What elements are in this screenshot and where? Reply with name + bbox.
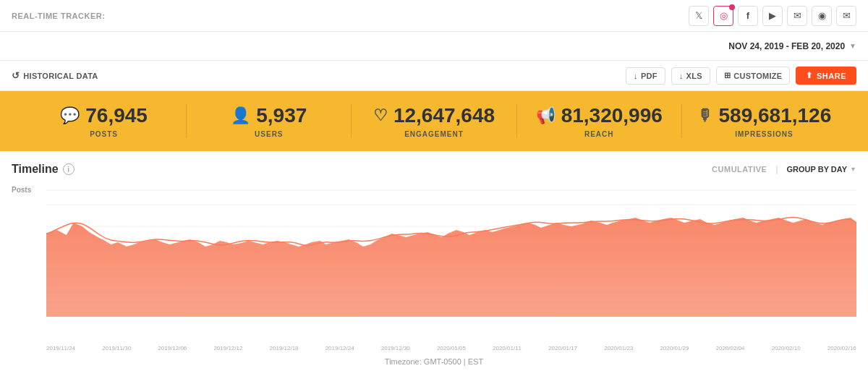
impressions-value: 589,681,126 <box>719 104 832 127</box>
message-icon[interactable]: ✉ <box>836 6 856 26</box>
posts-value: 76,945 <box>85 104 148 127</box>
x-tick: 2020/01/23 <box>604 345 633 351</box>
grid-icon: ⊞ <box>724 71 731 80</box>
x-tick: 2020/01/05 <box>437 345 466 351</box>
twitter-icon[interactable]: 𝕏 <box>689 6 709 26</box>
x-tick: 2019/12/06 <box>158 345 187 351</box>
x-tick: 2020/01/17 <box>548 345 577 351</box>
reach-label: REACH <box>584 130 614 138</box>
date-range-text: NOV 24, 2019 - FEB 20, 2020 <box>728 41 845 51</box>
timeline-controls: CUMULATIVE | GROUP BY DAY ▼ <box>712 164 856 174</box>
engagement-value: 12,647,648 <box>393 104 495 127</box>
timeline-header: Timeline i CUMULATIVE | GROUP BY DAY ▼ <box>12 163 856 176</box>
impressions-label: IMPRESSIONS <box>735 130 793 138</box>
posts-label: POSTS <box>90 130 118 138</box>
reach-icon: 📢 <box>536 106 556 125</box>
historical-label: HISTORICAL DATA <box>23 72 98 80</box>
toolbar: ↺ HISTORICAL DATA ↓ PDF ↓ XLS ⊞ CUSTOMIZ… <box>0 61 868 91</box>
active-dot <box>729 4 735 10</box>
top-bar: REAL-TIME TRACKER: 𝕏 ◎ f ▶ ✉ ◉ ✉ <box>0 0 868 32</box>
timeline-chart: 0.0 200 400 600 800 1k 1k <box>46 183 856 342</box>
share-button[interactable]: ⬆ SHARE <box>796 67 856 85</box>
instagram-icon[interactable]: ◎ <box>713 6 733 26</box>
x-tick: 2020/02/16 <box>827 345 856 351</box>
stats-bar: 💬 76,945 POSTS 👤 5,937 USERS ♡ 12,647,64… <box>0 91 868 151</box>
share-icon: ⬆ <box>806 71 813 80</box>
x-tick: 2020/01/11 <box>493 345 522 351</box>
timezone-label: Timezone: GMT-0500 | EST <box>12 351 856 369</box>
stat-users: 👤 5,937 USERS <box>187 104 352 138</box>
reach-value: 81,320,996 <box>561 104 663 127</box>
date-range-selector[interactable]: NOV 24, 2019 - FEB 20, 2020 ▼ <box>728 41 856 51</box>
stat-impressions: 🎙 589,681,126 IMPRESSIONS <box>682 104 846 138</box>
chart-wrapper: Posts 0.0 200 400 600 800 1k 1k <box>12 183 856 351</box>
timeline-section: Timeline i CUMULATIVE | GROUP BY DAY ▼ P… <box>0 151 868 369</box>
history-icon: ↺ <box>12 70 20 81</box>
x-axis: 2019/11/24 2019/11/30 2019/12/06 2019/12… <box>46 342 856 351</box>
separator: | <box>775 164 778 174</box>
download-icon: ↓ <box>679 72 684 80</box>
pdf-button[interactable]: ↓ PDF <box>626 67 665 85</box>
customize-button[interactable]: ⊞ CUSTOMIZE <box>716 67 791 85</box>
impressions-icon: 🎙 <box>697 106 713 125</box>
engagement-label: ENGAGEMENT <box>404 130 464 138</box>
y-axis-label: Posts <box>12 186 31 194</box>
download-icon: ↓ <box>634 72 638 80</box>
email-icon[interactable]: ✉ <box>787 6 807 26</box>
historical-data-button[interactable]: ↺ HISTORICAL DATA <box>12 70 98 81</box>
tracker-label: REAL-TIME TRACKER: <box>12 12 105 20</box>
users-value: 5,937 <box>256 104 307 127</box>
timeline-title: Timeline i <box>12 163 75 176</box>
x-tick: 2020/02/04 <box>716 345 745 351</box>
social-icons: 𝕏 ◎ f ▶ ✉ ◉ ✉ <box>689 6 856 26</box>
date-bar: NOV 24, 2019 - FEB 20, 2020 ▼ <box>0 32 868 61</box>
users-icon: 👤 <box>231 106 250 125</box>
x-tick: 2019/12/30 <box>381 345 410 351</box>
x-tick: 2019/11/24 <box>46 345 75 351</box>
x-tick: 2020/01/29 <box>660 345 689 351</box>
info-icon[interactable]: i <box>63 163 75 175</box>
x-tick: 2019/12/12 <box>213 345 242 351</box>
cumulative-toggle[interactable]: CUMULATIVE <box>712 165 767 174</box>
toolbar-actions: ↓ PDF ↓ XLS ⊞ CUSTOMIZE ⬆ SHARE <box>626 67 856 85</box>
group-by-selector[interactable]: GROUP BY DAY ▼ <box>787 165 856 174</box>
engagement-icon: ♡ <box>373 106 388 125</box>
chevron-down-icon: ▼ <box>850 166 856 173</box>
stat-engagement: ♡ 12,647,648 ENGAGEMENT <box>352 104 516 138</box>
facebook-icon[interactable]: f <box>738 6 758 26</box>
group-by-label: GROUP BY DAY <box>787 165 848 174</box>
x-tick: 2020/02/10 <box>772 345 801 351</box>
chevron-down-icon: ▼ <box>849 42 856 50</box>
rss-icon[interactable]: ◉ <box>812 6 832 26</box>
xls-button[interactable]: ↓ XLS <box>671 67 710 85</box>
stat-posts: 💬 76,945 POSTS <box>22 104 187 138</box>
users-label: USERS <box>255 130 283 138</box>
x-tick: 2019/12/24 <box>326 345 354 351</box>
x-tick: 2019/12/18 <box>270 345 299 351</box>
stat-reach: 📢 81,320,996 REACH <box>517 104 682 138</box>
posts-icon: 💬 <box>60 106 80 125</box>
youtube-icon[interactable]: ▶ <box>762 6 783 26</box>
x-tick: 2019/11/30 <box>102 345 131 351</box>
